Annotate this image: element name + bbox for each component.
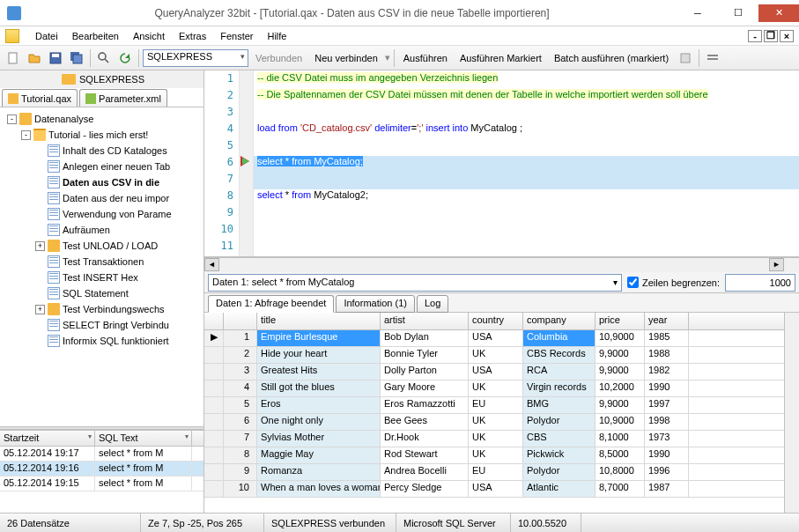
xml-icon — [85, 93, 96, 104]
menu-datei[interactable]: Datei — [28, 29, 65, 43]
grid-header[interactable]: country — [469, 313, 523, 329]
table-row[interactable]: 5ErosEros RamazzottiEUBMG9,90001997 — [204, 397, 784, 414]
minimize-button[interactable]: ─ — [677, 4, 718, 22]
tree-node[interactable]: Verwendung von Parame — [2, 206, 202, 222]
query-bar: Daten 1: select * from MyCatalog Zeilen … — [204, 272, 799, 293]
editor[interactable]: 1234567891011 -- die CSV Datei muss im a… — [204, 70, 799, 257]
table-row[interactable]: 10When a man loves a womanPercy SledgeUS… — [204, 481, 784, 498]
folder-icon — [19, 113, 32, 125]
mdi-close[interactable]: × — [780, 30, 794, 42]
tree-node[interactable]: -Datenanalyse — [2, 111, 202, 127]
table-row[interactable]: 9RomanzaAndrea BocelliEUPolydor10,800019… — [204, 464, 784, 481]
status-version: 10.00.5520 — [511, 514, 581, 532]
tree-node[interactable]: Aufräumen — [2, 222, 202, 238]
connection-combo[interactable]: SQLEXPRESS — [143, 49, 248, 67]
menu-fenster[interactable]: Fenster — [213, 29, 260, 43]
tree-expander[interactable]: - — [7, 115, 17, 124]
tree-expander[interactable]: + — [35, 305, 45, 314]
menu-hilfe[interactable]: Hilfe — [260, 29, 293, 43]
tree-node[interactable]: +Test UNLOAD / LOAD — [2, 238, 202, 254]
result-tab[interactable]: Log — [417, 295, 448, 313]
new-file-button[interactable] — [4, 48, 23, 68]
table-row[interactable]: 6One night onlyBee GeesUKPolydor10,90001… — [204, 414, 784, 431]
grid-header[interactable]: price — [596, 313, 645, 329]
page-icon — [48, 335, 60, 347]
execute-marked-button[interactable]: Ausführen Markiert — [455, 53, 547, 63]
execute-button[interactable]: Ausführen — [398, 53, 453, 63]
home-icon — [8, 93, 18, 104]
page-icon — [48, 255, 60, 268]
svg-rect-7 — [681, 54, 690, 63]
limit-checkbox[interactable]: Zeilen begrenzen: — [627, 277, 720, 288]
table-row[interactable]: 7Sylvias MotherDr.HookUKCBS8,10001973 — [204, 431, 784, 447]
page-icon — [48, 271, 60, 284]
tree-node[interactable]: Daten aus CSV in die — [2, 174, 202, 190]
status-server: Microsoft SQL Server — [396, 514, 511, 532]
menu-ansicht[interactable]: Ansicht — [126, 29, 172, 43]
table-row[interactable]: 8Maggie MayRod StewartUKPickwick8,500019… — [204, 447, 784, 464]
save-all-button[interactable] — [67, 48, 86, 68]
table-row[interactable]: 3Greatest HitsDolly PartonUSARCA9,900019… — [204, 364, 784, 381]
grid-header[interactable]: artist — [381, 313, 469, 329]
status-connected: Verbunden — [250, 53, 307, 63]
result-tab[interactable]: Information (1) — [336, 295, 415, 313]
table-row[interactable]: ▶1Empire BurlesqueBob DylanUSAColumbia10… — [204, 330, 784, 347]
history-panel: Startzeit SQL Text 05.12.2014 19:17selec… — [0, 430, 203, 513]
tree-node[interactable]: Anlegen einer neuen Tab — [2, 159, 202, 174]
result-tab[interactable]: Daten 1: Abfrage beendet — [208, 295, 334, 313]
table-row[interactable]: 2Hide your heartBonnie TylerUKCBS Record… — [204, 347, 784, 364]
grid-vscroll[interactable] — [784, 313, 799, 513]
result-grid[interactable]: titleartistcountrycompanypriceyear ▶1Emp… — [204, 313, 799, 513]
tree-node[interactable]: +Test Verbindungswechs — [2, 301, 202, 317]
grid-header[interactable] — [204, 313, 224, 329]
editor-hscroll[interactable]: ◄► — [204, 257, 799, 272]
mdi-minimize[interactable]: - — [748, 30, 762, 42]
history-row[interactable]: 05.12.2014 19:17select * from M — [0, 447, 203, 462]
table-row[interactable]: 4Still got the bluesGary MooreUKVirgin r… — [204, 381, 784, 397]
project-tab[interactable]: Parameter.xml — [79, 89, 167, 107]
maximize-button[interactable]: ☐ — [718, 4, 758, 22]
history-row[interactable]: 05.12.2014 19:16select * from M — [0, 462, 203, 477]
menu-extras[interactable]: Extras — [172, 29, 213, 43]
tree-node[interactable]: SQL Statement — [2, 285, 202, 301]
status-conn: SQLEXPRESS verbunden — [264, 514, 396, 532]
tree-node[interactable]: Inhalt des CD Kataloges — [2, 143, 202, 159]
new-connect-button[interactable]: Neu verbinden — [309, 53, 383, 63]
tree-expander[interactable]: + — [35, 241, 45, 251]
grid-header[interactable]: title — [257, 313, 381, 329]
batch-execute-button[interactable]: Batch ausführen (markiert) — [549, 53, 674, 63]
history-row[interactable]: 05.12.2014 19:15select * from M — [0, 477, 203, 491]
history-header-time[interactable]: Startzeit — [0, 431, 95, 446]
tree-node[interactable]: Test Transaktionen — [2, 254, 202, 270]
tree-expander[interactable]: - — [21, 130, 31, 140]
connection-header: SQLEXPRESS — [0, 70, 203, 88]
grid-header[interactable]: year — [645, 313, 689, 329]
tree-node[interactable]: Informix SQL funktioniert — [2, 333, 202, 349]
search-button[interactable] — [94, 48, 114, 68]
refresh-button[interactable] — [115, 48, 135, 68]
page-icon — [48, 160, 60, 173]
menu-bearbeiten[interactable]: Bearbeiten — [65, 29, 126, 43]
close-button[interactable]: ✕ — [758, 4, 799, 22]
save-button[interactable] — [46, 48, 65, 68]
stop-button[interactable] — [676, 48, 695, 68]
project-tab[interactable]: Tutorial.qax — [2, 89, 78, 107]
breakpoint-gutter[interactable] — [240, 70, 254, 256]
tree-node[interactable]: Test INSERT Hex — [2, 270, 202, 285]
code-area[interactable]: -- die CSV Datei muss im angegeben Verze… — [254, 70, 799, 256]
toolbar-extra-button[interactable] — [703, 48, 722, 68]
open-file-button[interactable] — [25, 48, 44, 68]
mdi-restore[interactable]: ❐ — [764, 30, 778, 42]
tree-node[interactable]: -Tutorial - lies mich erst! — [2, 127, 202, 143]
tree-node[interactable]: Daten aus der neu impor — [2, 190, 202, 206]
svg-rect-0 — [9, 53, 17, 63]
tree-node[interactable]: SELECT Bringt Verbindu — [2, 317, 202, 333]
history-header-sql[interactable]: SQL Text — [95, 431, 192, 446]
query-combo[interactable]: Daten 1: select * from MyCatalog — [208, 274, 622, 292]
page-icon — [48, 176, 60, 188]
limit-input[interactable] — [725, 274, 795, 292]
statusbar: 26 Datensätze Ze 7, Sp -25, Pos 265 SQLE… — [0, 513, 799, 532]
grid-header[interactable] — [224, 313, 257, 329]
tree-view[interactable]: -Datenanalyse-Tutorial - lies mich erst!… — [0, 107, 203, 407]
grid-header[interactable]: company — [523, 313, 596, 329]
